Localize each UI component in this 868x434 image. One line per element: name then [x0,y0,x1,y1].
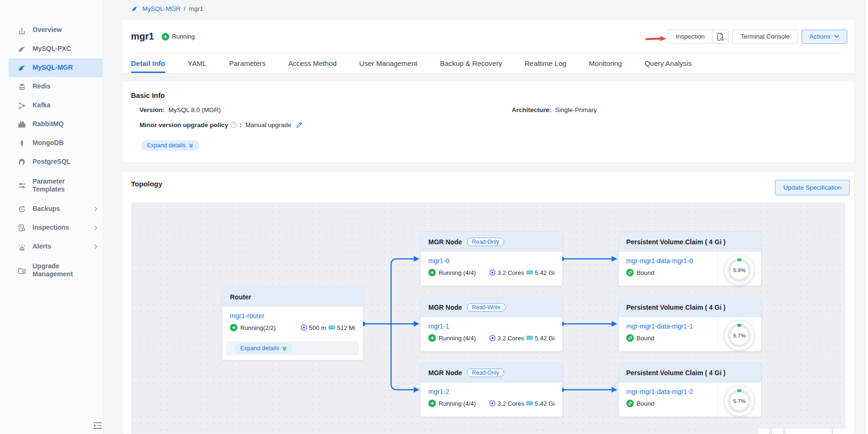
tab-backup-recovery[interactable]: Backup & Recovery [440,53,502,73]
help-icon[interactable]: ? [230,121,237,128]
router-expand-details-pill[interactable]: Expand details [235,343,293,354]
node-card-header: MGR Node Read-Only [421,363,562,383]
pvc-usage-gauge: 5.9% [718,252,761,286]
expand-details-pill[interactable]: Expand details [141,140,199,151]
topology-canvas[interactable]: Router mgr1-router Running(2/2) 500 m 5 [131,202,845,434]
pvc-status-text: Bound [637,400,655,407]
canvas-control-button[interactable] [758,428,769,434]
sidebar-collapse-icon[interactable] [92,422,103,429]
folder-gear-icon [18,266,26,274]
sidebar-item-upgrade-management[interactable]: Upgrade Management [0,256,103,284]
node-status-text: Running (4/4) [439,269,476,276]
node-name-link[interactable]: mgr1-1 [428,322,449,330]
running-status-icon [230,324,237,331]
bound-link-icon [626,334,634,342]
pvc-name-link[interactable]: mgr-mgr1-data-mgr1-2 [626,388,693,395]
sidebar-item-mysql-mgr[interactable]: MySQL-MGR [8,58,103,77]
tab-yaml[interactable]: YAML [188,53,207,73]
mgr-node-card: MGR Node Read-Write mgr1-1 Running (4/4)… [421,297,562,351]
sidebar-item-redis[interactable]: Redis [0,77,103,96]
tab-user-management[interactable]: User Management [359,53,417,73]
node-role-badge: Read-Only [467,369,504,377]
router-expand-strip: Expand details [226,341,359,355]
edit-pencil-icon[interactable] [295,121,303,129]
sidebar-item-parameter-templates[interactable]: Parameter Templates [0,171,103,200]
architecture-value: Single-Primary [555,106,597,113]
sidebar-item-rabbitmq[interactable]: RabbitMQ [0,115,103,134]
dolphin-icon [18,45,26,53]
sidebar-item-mongodb[interactable]: MongoDB [0,134,103,153]
tab-parameters[interactable]: Parameters [229,53,266,73]
pvc-usage-value: 5.9% [728,258,751,282]
sidebar-item-label: MySQL-PXC [33,45,85,53]
pvc-status-text: Bound [637,335,655,342]
pvc-card-header: Persistent Volume Claim ( 4 Gi ) [619,232,761,252]
node-header-title: MGR Node [428,304,462,311]
tab-query-analysis[interactable]: Query Analysis [645,53,692,73]
pvc-card: Persistent Volume Claim ( 4 Gi ) mgr-mgr… [619,297,761,351]
node-status-text: Running (4/4) [439,400,476,407]
bound-link-icon [626,400,634,407]
dolphin-icon [131,5,139,12]
update-specification-button[interactable]: Update Specification [775,180,850,195]
doc-inspect-icon [18,224,26,232]
breadcrumb-root-link[interactable]: MySQL-MGR [142,5,180,12]
sidebar-item-label: RabbitMQ [33,120,85,129]
pvc-name-link[interactable]: mgr-mgr1-data-mgr1-1 [626,322,693,330]
memory-icon [526,400,533,407]
tab-detail-info[interactable]: Detail Info [131,53,165,73]
pvc-card: Persistent Volume Claim ( 4 Gi ) mgr-mgr… [619,232,761,286]
inspection-button[interactable]: Inspection [668,30,712,43]
router-expand-details-label: Expand details [240,345,279,352]
tab-monitoring[interactable]: Monitoring [589,53,622,73]
memory-icon [526,334,533,342]
node-name-link[interactable]: mgr1-2 [428,388,449,395]
alarm-icon [18,243,26,251]
tab-access-method[interactable]: Access Method [288,53,337,73]
router-card-header: Router [222,287,363,307]
cpu-icon [489,334,496,342]
router-cpu: 500 m [300,324,326,331]
node-memory-value: 5.42 Gi [535,400,555,407]
basic-info-title: Basic Info [131,91,165,99]
sidebar-item-mysql-pxc[interactable]: MySQL-PXC [0,40,103,58]
terminal-console-button[interactable]: Terminal Console [732,30,797,44]
pvc-usage-gauge: 5.7% [718,383,761,417]
sidebar-item-label: PostgreSQL [33,158,85,166]
node-card-header: MGR Node Read-Write [421,297,562,317]
bar-chart-icon [18,26,26,34]
dolphin-icon [18,64,26,72]
version-value: MySQL 8.0 (MGR) [168,106,221,113]
router-name-link[interactable]: mgr1-router [230,312,264,320]
pvc-header-title: Persistent Volume Claim ( 4 Gi ) [626,369,726,377]
header-buttons: Inspection Terminal Console Actions [668,30,847,44]
canvas-control-button[interactable] [772,428,783,434]
tab-realtime-log[interactable]: Realtime Log [524,53,566,73]
node-cpu-value: 3.2 Cores [498,269,524,276]
router-card: Router mgr1-router Running(2/2) 500 m 5 [222,287,363,360]
basic-info-row-2: Minor version upgrade policy ? : Manual … [139,121,303,129]
sidebar-item-kafka[interactable]: Kafka [0,96,103,115]
sidebar-item-alerts[interactable]: Alerts [0,237,103,256]
layers-icon [18,83,26,91]
canvas-control-button[interactable] [833,428,845,434]
sidebar-item-postgresql[interactable]: PostgreSQL [0,153,103,171]
sidebar-item-inspections[interactable]: Inspections [0,218,103,237]
actions-button[interactable]: Actions [802,30,847,44]
sidebar-item-label: Upgrade Management [33,262,85,279]
sidebar-item-label: Kafka [33,101,85,110]
node-memory: 5.42 Gi [526,334,555,342]
double-chevron-down-icon [188,143,194,148]
pvc-name-link[interactable]: mgr-mgr1-data-mgr1-0 [626,257,693,265]
sidebar-item-overview[interactable]: Overview [0,21,103,40]
sidebar-item-label: Parameter Templates [33,177,85,194]
canvas-zoom-slider[interactable] [786,428,832,434]
node-memory-value: 5.42 Gi [535,335,555,342]
scrollbar-track[interactable] [865,0,868,434]
basic-info-card: Basic Info Version: MySQL 8.0 (MGR) Arch… [123,81,854,162]
inspection-report-icon-button[interactable] [712,30,728,43]
node-name-link[interactable]: mgr1-0 [428,257,449,265]
sidebar-item-backups[interactable]: Backups [0,200,103,218]
router-memory-value: 512 Mi [337,324,355,331]
chevron-right-icon [94,225,98,231]
